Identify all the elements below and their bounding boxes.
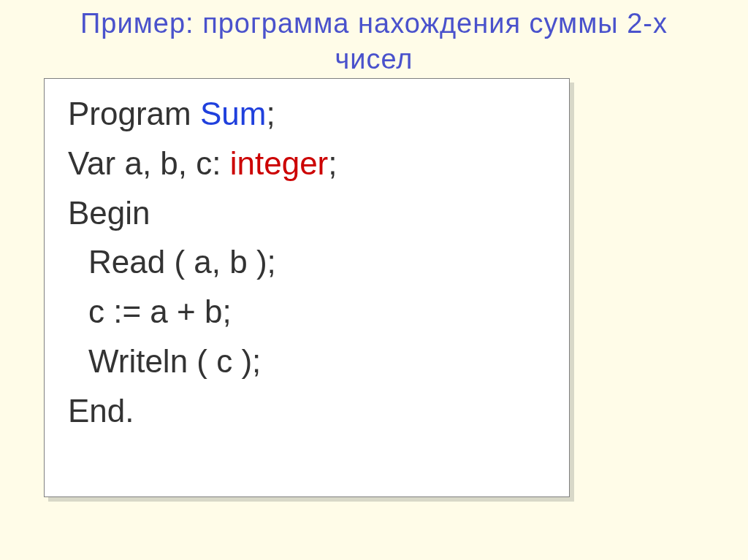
- code-text: c := a + b;: [88, 294, 232, 329]
- code-text: ;: [328, 145, 337, 181]
- code-line-4: Read ( a, b );: [68, 237, 546, 287]
- code-line-1: Program Sum;: [68, 89, 546, 139]
- code-line-3: Begin: [68, 188, 546, 238]
- code-text: Begin: [68, 195, 150, 231]
- code-line-6: Writeln ( c );: [68, 337, 546, 386]
- code-text: Read ( a, b );: [88, 244, 276, 280]
- code-line-2: Var a, b, c: integer;: [68, 139, 546, 188]
- code-line-7: End.: [68, 386, 546, 436]
- code-keyword-sum: Sum: [200, 96, 266, 131]
- code-box: Program Sum; Var a, b, c: integer; Begin…: [44, 78, 570, 497]
- code-text: Program: [68, 96, 200, 131]
- code-keyword-integer: integer: [230, 145, 329, 181]
- slide-title: Пример: программа нахождения суммы 2-х ч…: [0, 0, 748, 78]
- code-text: ;: [266, 96, 275, 131]
- code-line-5: c := a + b;: [68, 287, 546, 337]
- code-text: Writeln ( c );: [88, 343, 261, 379]
- code-text: Var a, b, c:: [68, 145, 230, 181]
- code-text: End.: [68, 393, 134, 429]
- title-line-1: Пример: программа нахождения суммы 2-х: [80, 8, 668, 39]
- title-line-2: чисел: [335, 44, 413, 74]
